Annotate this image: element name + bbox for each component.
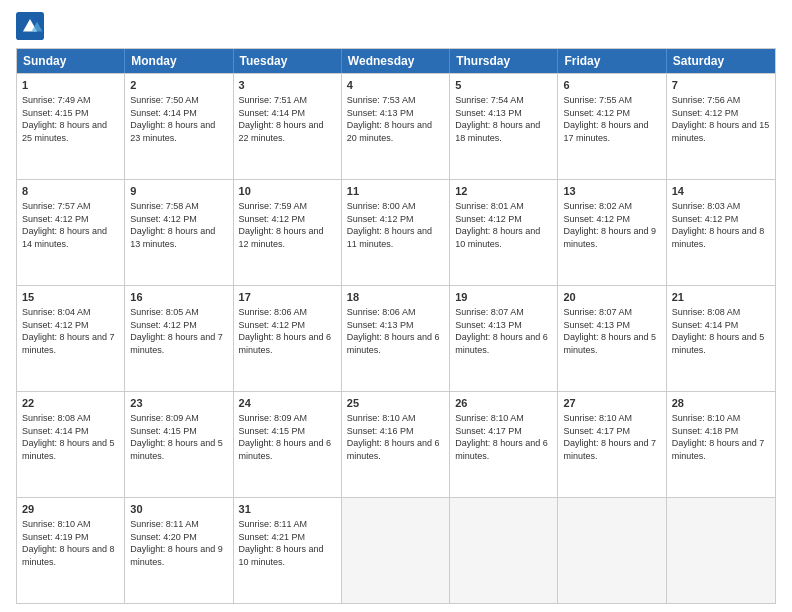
day-number: 19 (455, 290, 552, 305)
day-number: 20 (563, 290, 660, 305)
day-number: 31 (239, 502, 336, 517)
day-cell-9: 9Sunrise: 7:58 AMSunset: 4:12 PMDaylight… (125, 180, 233, 285)
daylight: Daylight: 8 hours and 5 minutes. (563, 332, 656, 355)
sunset: Sunset: 4:20 PM (130, 532, 197, 542)
sunrise: Sunrise: 8:06 AM (239, 307, 308, 317)
sunset: Sunset: 4:14 PM (672, 320, 739, 330)
day-cell-11: 11Sunrise: 8:00 AMSunset: 4:12 PMDayligh… (342, 180, 450, 285)
day-cell-26: 26Sunrise: 8:10 AMSunset: 4:17 PMDayligh… (450, 392, 558, 497)
calendar-row-2: 8Sunrise: 7:57 AMSunset: 4:12 PMDaylight… (17, 179, 775, 285)
sunrise: Sunrise: 8:03 AM (672, 201, 741, 211)
sunrise: Sunrise: 8:10 AM (455, 413, 524, 423)
sunrise: Sunrise: 7:59 AM (239, 201, 308, 211)
sunrise: Sunrise: 8:04 AM (22, 307, 91, 317)
sunset: Sunset: 4:12 PM (239, 214, 306, 224)
day-cell-19: 19Sunrise: 8:07 AMSunset: 4:13 PMDayligh… (450, 286, 558, 391)
day-number: 25 (347, 396, 444, 411)
sunrise: Sunrise: 8:10 AM (22, 519, 91, 529)
sunrise: Sunrise: 7:49 AM (22, 95, 91, 105)
daylight: Daylight: 8 hours and 13 minutes. (130, 226, 215, 249)
empty-cell (342, 498, 450, 603)
sunset: Sunset: 4:12 PM (563, 108, 630, 118)
sunrise: Sunrise: 8:10 AM (672, 413, 741, 423)
sunrise: Sunrise: 8:11 AM (130, 519, 199, 529)
sunrise: Sunrise: 8:01 AM (455, 201, 524, 211)
daylight: Daylight: 8 hours and 7 minutes. (22, 332, 115, 355)
day-cell-24: 24Sunrise: 8:09 AMSunset: 4:15 PMDayligh… (234, 392, 342, 497)
daylight: Daylight: 8 hours and 5 minutes. (672, 332, 765, 355)
sunrise: Sunrise: 8:10 AM (347, 413, 416, 423)
day-cell-2: 2Sunrise: 7:50 AMSunset: 4:14 PMDaylight… (125, 74, 233, 179)
sunset: Sunset: 4:12 PM (455, 214, 522, 224)
sunrise: Sunrise: 8:09 AM (239, 413, 308, 423)
day-number: 15 (22, 290, 119, 305)
daylight: Daylight: 8 hours and 6 minutes. (239, 332, 332, 355)
day-number: 13 (563, 184, 660, 199)
day-cell-29: 29Sunrise: 8:10 AMSunset: 4:19 PMDayligh… (17, 498, 125, 603)
sunset: Sunset: 4:12 PM (347, 214, 414, 224)
daylight: Daylight: 8 hours and 20 minutes. (347, 120, 432, 143)
weekday-header-monday: Monday (125, 49, 233, 73)
day-number: 11 (347, 184, 444, 199)
sunrise: Sunrise: 8:02 AM (563, 201, 632, 211)
calendar-row-4: 22Sunrise: 8:08 AMSunset: 4:14 PMDayligh… (17, 391, 775, 497)
day-number: 3 (239, 78, 336, 93)
daylight: Daylight: 8 hours and 8 minutes. (672, 226, 765, 249)
empty-cell (558, 498, 666, 603)
daylight: Daylight: 8 hours and 22 minutes. (239, 120, 324, 143)
daylight: Daylight: 8 hours and 6 minutes. (347, 332, 440, 355)
sunset: Sunset: 4:15 PM (130, 426, 197, 436)
day-cell-20: 20Sunrise: 8:07 AMSunset: 4:13 PMDayligh… (558, 286, 666, 391)
calendar: SundayMondayTuesdayWednesdayThursdayFrid… (16, 48, 776, 604)
day-cell-15: 15Sunrise: 8:04 AMSunset: 4:12 PMDayligh… (17, 286, 125, 391)
sunset: Sunset: 4:12 PM (672, 214, 739, 224)
calendar-body: 1Sunrise: 7:49 AMSunset: 4:15 PMDaylight… (17, 73, 775, 603)
day-cell-30: 30Sunrise: 8:11 AMSunset: 4:20 PMDayligh… (125, 498, 233, 603)
sunset: Sunset: 4:19 PM (22, 532, 89, 542)
logo (16, 12, 46, 40)
sunrise: Sunrise: 8:09 AM (130, 413, 199, 423)
day-cell-6: 6Sunrise: 7:55 AMSunset: 4:12 PMDaylight… (558, 74, 666, 179)
sunset: Sunset: 4:21 PM (239, 532, 306, 542)
day-cell-3: 3Sunrise: 7:51 AMSunset: 4:14 PMDaylight… (234, 74, 342, 179)
sunrise: Sunrise: 7:57 AM (22, 201, 91, 211)
daylight: Daylight: 8 hours and 7 minutes. (672, 438, 765, 461)
day-number: 16 (130, 290, 227, 305)
daylight: Daylight: 8 hours and 9 minutes. (563, 226, 656, 249)
sunset: Sunset: 4:15 PM (22, 108, 89, 118)
day-number: 8 (22, 184, 119, 199)
day-number: 21 (672, 290, 770, 305)
sunset: Sunset: 4:14 PM (22, 426, 89, 436)
day-number: 18 (347, 290, 444, 305)
day-cell-7: 7Sunrise: 7:56 AMSunset: 4:12 PMDaylight… (667, 74, 775, 179)
daylight: Daylight: 8 hours and 15 minutes. (672, 120, 770, 143)
sunrise: Sunrise: 8:08 AM (672, 307, 741, 317)
day-number: 27 (563, 396, 660, 411)
sunrise: Sunrise: 7:54 AM (455, 95, 524, 105)
daylight: Daylight: 8 hours and 8 minutes. (22, 544, 115, 567)
day-number: 9 (130, 184, 227, 199)
day-number: 10 (239, 184, 336, 199)
empty-cell (667, 498, 775, 603)
sunset: Sunset: 4:12 PM (563, 214, 630, 224)
day-cell-16: 16Sunrise: 8:05 AMSunset: 4:12 PMDayligh… (125, 286, 233, 391)
weekday-header-sunday: Sunday (17, 49, 125, 73)
sunrise: Sunrise: 7:53 AM (347, 95, 416, 105)
sunrise: Sunrise: 8:10 AM (563, 413, 632, 423)
sunrise: Sunrise: 7:51 AM (239, 95, 308, 105)
daylight: Daylight: 8 hours and 10 minutes. (455, 226, 540, 249)
sunset: Sunset: 4:12 PM (130, 214, 197, 224)
daylight: Daylight: 8 hours and 18 minutes. (455, 120, 540, 143)
weekday-header-wednesday: Wednesday (342, 49, 450, 73)
sunset: Sunset: 4:13 PM (455, 320, 522, 330)
day-number: 28 (672, 396, 770, 411)
sunrise: Sunrise: 7:50 AM (130, 95, 199, 105)
day-number: 2 (130, 78, 227, 93)
sunset: Sunset: 4:15 PM (239, 426, 306, 436)
daylight: Daylight: 8 hours and 11 minutes. (347, 226, 432, 249)
day-number: 29 (22, 502, 119, 517)
sunset: Sunset: 4:17 PM (455, 426, 522, 436)
day-number: 17 (239, 290, 336, 305)
sunset: Sunset: 4:13 PM (347, 320, 414, 330)
day-cell-8: 8Sunrise: 7:57 AMSunset: 4:12 PMDaylight… (17, 180, 125, 285)
